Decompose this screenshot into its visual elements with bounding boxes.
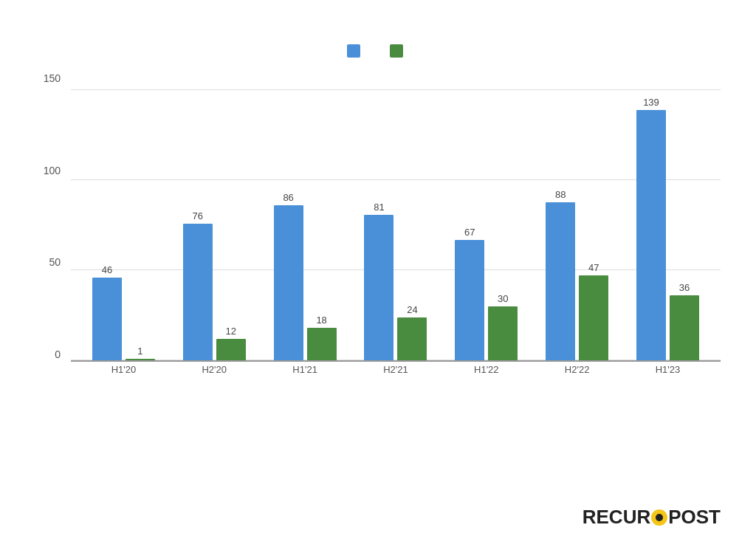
- bar-group-H2'21: 8124: [364, 202, 427, 360]
- bar-value-us-H2'20: 76: [193, 210, 203, 221]
- bar-wrapper-intl-H1'22: 30: [488, 293, 518, 360]
- legend-item-intl: [390, 44, 409, 58]
- x-label-H2'21: H2'21: [364, 364, 427, 375]
- bar-wrapper-intl-H1'23: 36: [670, 282, 699, 360]
- bar-value-us-H1'20: 46: [102, 264, 112, 275]
- y-label-150: 150: [35, 72, 65, 84]
- bar-pair-H2'21: 8124: [364, 202, 427, 360]
- bar-intl-H2'20: [216, 339, 246, 360]
- bar-value-intl-H1'20: 1: [137, 346, 142, 357]
- legend-color-intl: [390, 44, 403, 58]
- x-label-H2'22: H2'22: [546, 364, 608, 375]
- x-label-H1'20: H1'20: [92, 364, 155, 375]
- legend-color-us: [347, 44, 360, 58]
- bar-wrapper-us-H1'22: 67: [455, 227, 484, 360]
- bar-group-H1'22: 6730: [455, 227, 518, 360]
- bar-wrapper-intl-H2'22: 47: [579, 262, 608, 360]
- bar-wrapper-intl-H2'21: 24: [397, 304, 427, 361]
- bar-pair-H2'22: 8847: [546, 189, 608, 361]
- bar-value-intl-H2'22: 47: [588, 262, 599, 273]
- bar-us-H1'23: [636, 110, 666, 360]
- logo-dot: [651, 509, 667, 526]
- bar-group-H2'22: 8847: [546, 189, 608, 361]
- bar-pair-H2'20: 7612: [183, 210, 246, 360]
- x-axis-baseline: [71, 360, 721, 362]
- x-axis-labels: H1'20H2'20H1'21H2'21H1'22H2'22H1'23: [71, 364, 721, 375]
- bar-us-H1'22: [455, 240, 484, 360]
- y-axis: 0 50 100 150: [35, 72, 65, 360]
- bar-value-intl-H1'23: 36: [679, 282, 690, 293]
- bar-wrapper-intl-H1'21: 18: [307, 315, 337, 360]
- legend-item-us: [347, 44, 366, 58]
- bar-intl-H1'21: [307, 328, 337, 360]
- y-label-50: 50: [35, 256, 65, 268]
- grid-bars: 4617612861881246730884713936: [71, 72, 721, 360]
- logo-dot-inner: [656, 514, 663, 521]
- bar-intl-H2'21: [397, 317, 427, 361]
- bar-group-H1'21: 8618: [274, 192, 337, 360]
- x-label-H1'22: H1'22: [455, 364, 518, 375]
- bar-pair-H1'22: 6730: [455, 227, 518, 360]
- bar-value-intl-H2'21: 24: [407, 304, 417, 315]
- bar-wrapper-us-H1'23: 139: [636, 97, 666, 360]
- bar-value-us-H1'23: 139: [643, 97, 659, 108]
- x-label-H2'20: H2'20: [183, 364, 246, 375]
- bar-value-us-H1'21: 86: [283, 192, 293, 203]
- bar-us-H1'21: [274, 205, 303, 360]
- y-label-100: 100: [35, 165, 65, 176]
- bar-wrapper-us-H2'20: 76: [183, 210, 213, 360]
- bar-wrapper-us-H1'20: 46: [92, 264, 122, 360]
- bar-pair-H1'20: 461: [92, 264, 155, 360]
- x-label-H1'23: H1'23: [636, 364, 699, 375]
- bar-intl-H1'23: [670, 295, 699, 360]
- bar-group-H1'20: 461: [92, 264, 155, 360]
- logo-recur: RECUR: [583, 506, 650, 529]
- bar-group-H1'23: 13936: [636, 97, 699, 360]
- bar-us-H2'20: [183, 224, 213, 360]
- bar-us-H2'21: [364, 215, 394, 360]
- bar-wrapper-us-H2'21: 81: [364, 202, 394, 360]
- recurpost-logo: RECUR POST: [583, 506, 721, 529]
- bar-wrapper-intl-H1'20: 1: [126, 346, 155, 360]
- bars-container: 4617612861881246730884713936: [71, 72, 721, 360]
- bar-wrapper-us-H2'22: 88: [546, 189, 575, 361]
- bar-value-us-H2'22: 88: [555, 189, 566, 200]
- bar-us-H1'20: [92, 278, 122, 360]
- chart-legend: [35, 44, 721, 58]
- bar-group-H2'20: 7612: [183, 210, 246, 360]
- bar-wrapper-intl-H2'20: 12: [216, 326, 246, 360]
- bar-intl-H2'22: [579, 275, 608, 360]
- bar-pair-H1'21: 8618: [274, 192, 337, 360]
- x-label-H1'21: H1'21: [274, 364, 337, 375]
- bar-us-H2'22: [546, 202, 575, 361]
- bar-value-intl-H2'20: 12: [226, 326, 236, 337]
- logo-post: POST: [668, 506, 721, 529]
- y-label-0: 0: [35, 348, 65, 360]
- bar-value-intl-H1'21: 18: [316, 315, 326, 326]
- bar-pair-H1'23: 13936: [636, 97, 699, 360]
- bar-value-intl-H1'22: 30: [498, 293, 508, 304]
- bar-value-us-H1'22: 67: [464, 227, 475, 238]
- bar-intl-H1'22: [488, 306, 518, 360]
- chart-area: 0 50 100 150 461761286188124673088471393…: [35, 72, 721, 412]
- bar-wrapper-us-H1'21: 86: [274, 192, 303, 360]
- bar-value-us-H2'21: 81: [374, 202, 384, 213]
